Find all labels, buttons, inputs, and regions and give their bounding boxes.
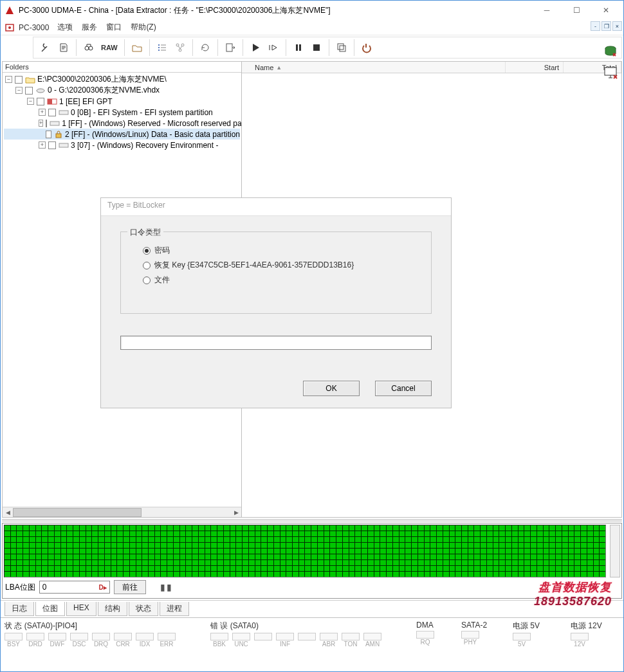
stop-icon[interactable] (308, 39, 325, 56)
svg-rect-23 (50, 122, 59, 125)
tree-root[interactable]: − E:\PC3000\20200306上海东芝NVME\ (4, 74, 240, 85)
h-scrollbar[interactable]: ◀ ▶ (3, 507, 241, 517)
led-box (26, 633, 44, 640)
menu-help[interactable]: 帮助(Z) (126, 21, 160, 34)
expand-icon[interactable]: − (15, 87, 23, 94)
tree-node[interactable]: − 0 - G:\20200306东芝NVME.vhdx (4, 85, 240, 96)
goto-button[interactable]: 前往 (114, 580, 146, 594)
radio-icon[interactable] (143, 277, 151, 284)
tab-hex[interactable]: HEX (66, 602, 96, 616)
tab-process[interactable]: 进程 (160, 602, 189, 616)
tree-node[interactable]: + 1 [FF] - (Windows) Reserved - Microsof… (4, 118, 240, 129)
svg-point-10 (179, 49, 181, 51)
binoculars-icon[interactable] (80, 39, 97, 56)
password-input[interactable] (120, 336, 432, 350)
radio-icon[interactable] (143, 247, 151, 255)
tree-checkbox[interactable] (25, 87, 33, 95)
mdi-restore[interactable]: ❐ (601, 21, 611, 31)
mdi-minimize[interactable]: - (591, 21, 600, 31)
lba-bitmap[interactable] (4, 525, 606, 577)
lba-input[interactable]: 0 D▸ (39, 581, 110, 594)
svg-rect-11 (226, 44, 232, 51)
led-box (5, 633, 23, 640)
dma-title: DMA (416, 621, 448, 630)
led-box (210, 633, 228, 640)
pause-icon[interactable] (290, 39, 307, 56)
tree-checkbox[interactable] (37, 98, 44, 105)
led-box (48, 633, 66, 640)
expand-icon[interactable]: + (39, 141, 46, 149)
tree-node[interactable]: − 1 [EE] EFI GPT (4, 96, 240, 107)
mdi-close[interactable]: × (612, 21, 622, 31)
menu-options[interactable]: 选项 (53, 21, 77, 34)
horizontal-splitter[interactable] (2, 519, 622, 522)
app-label: PC-3000 (19, 23, 49, 32)
tree-node-selected[interactable]: 2 [FF] - (Windows/Linux) Data - Basic da… (4, 129, 240, 140)
tree-checkbox[interactable] (48, 141, 56, 149)
radio-icon[interactable] (143, 262, 151, 269)
svg-point-3 (85, 46, 89, 50)
minimize-button[interactable]: ─ (532, 1, 562, 19)
goto-marker-icon[interactable]: D▸ (98, 584, 106, 591)
titlebar: PC-3000 UDMA-E - China - [Data Extractor… (1, 1, 623, 20)
svg-rect-16 (313, 44, 320, 51)
script-icon[interactable] (55, 39, 72, 56)
led-box (342, 633, 360, 640)
radio-recovery-key[interactable]: 恢复 Key {E347C5CB-5EF1-4AEA-9061-357EDDD1… (133, 260, 419, 271)
scroll-thumb[interactable] (13, 508, 142, 517)
list-icon[interactable] (154, 39, 170, 56)
tab-struct[interactable]: 结构 (98, 602, 127, 616)
tab-log[interactable]: 日志 (5, 602, 34, 616)
power5-title: 电源 5V (513, 621, 558, 631)
col-start[interactable]: Start (506, 62, 564, 73)
disk-icon (35, 87, 46, 95)
tree-node[interactable]: + 3 [07] - (Windows) Recovery Environmen… (4, 140, 240, 150)
play-region-icon[interactable] (265, 39, 282, 56)
col-name[interactable]: Name▲ (251, 62, 506, 73)
svg-point-19 (37, 89, 44, 93)
maximize-button[interactable]: ☐ (562, 1, 591, 19)
lock-icon (54, 131, 63, 138)
tree-checkbox[interactable] (46, 120, 47, 127)
ok-button[interactable]: OK (303, 381, 360, 396)
led-12v (571, 633, 589, 640)
bitmap-scrollbar[interactable] (610, 525, 620, 577)
svg-marker-12 (253, 44, 259, 51)
expand-icon[interactable]: + (39, 120, 43, 127)
close-button[interactable]: ✕ (591, 1, 621, 19)
svg-rect-7 (158, 50, 160, 51)
led-dma (416, 631, 434, 639)
tab-bitmap[interactable]: 位图 (35, 602, 65, 616)
tree-checkbox[interactable] (48, 109, 56, 116)
radio-file[interactable]: 文件 (133, 275, 419, 286)
refresh-icon[interactable] (197, 39, 214, 56)
cancel-button[interactable]: Cancel (375, 381, 432, 396)
folder-open-icon[interactable] (129, 39, 145, 56)
expand-icon[interactable]: − (5, 76, 12, 83)
list-header: Name▲ Start Total (242, 62, 621, 73)
svg-rect-6 (158, 47, 160, 48)
expand-icon[interactable]: − (27, 98, 34, 105)
scroll-left-icon[interactable]: ◀ (3, 507, 13, 518)
flow-icon[interactable] (172, 39, 188, 56)
play-icon[interactable] (247, 39, 264, 56)
raw-button[interactable]: RAW (98, 39, 120, 56)
expand-icon[interactable]: + (39, 109, 46, 116)
monitor-icon[interactable] (603, 65, 618, 80)
tools-icon[interactable] (37, 39, 54, 56)
exit-icon[interactable] (358, 39, 375, 56)
tree-node[interactable]: + 0 [0B] - EFI System - EFI system parti… (4, 107, 240, 118)
db-icon[interactable] (603, 44, 618, 60)
tab-status[interactable]: 状态 (129, 602, 158, 616)
sata2-title: SATA-2 (461, 621, 500, 630)
scroll-right-icon[interactable]: ▶ (231, 507, 241, 518)
copy-icon[interactable] (333, 39, 350, 56)
menu-service[interactable]: 服务 (77, 21, 102, 34)
toolbar: RAW (33, 37, 622, 59)
group-legend: 口令类型 (127, 227, 163, 238)
export-icon[interactable] (222, 39, 239, 56)
tree-checkbox[interactable] (15, 76, 23, 84)
tree-checkbox[interactable] (46, 131, 51, 138)
radio-password[interactable]: 密码 (133, 245, 419, 256)
menu-window[interactable]: 窗口 (102, 21, 126, 34)
